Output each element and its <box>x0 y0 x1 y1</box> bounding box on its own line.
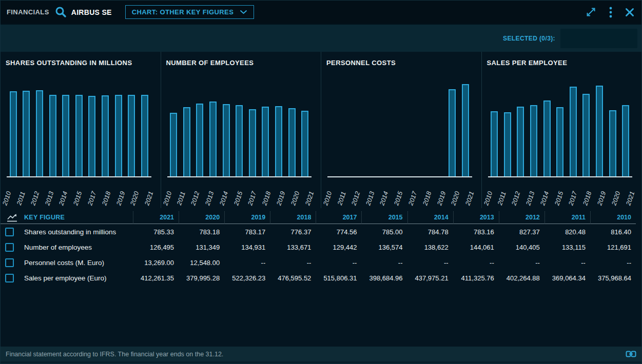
value-cell: 140,405 <box>499 239 544 255</box>
bar-2021 <box>141 95 148 176</box>
value-cell: -- <box>453 255 499 270</box>
value-cell: 138,622 <box>407 239 453 255</box>
charts-region: SHARES OUTSTANDING IN MILLIONS2010201120… <box>1 52 641 208</box>
link-icon[interactable] <box>626 351 636 357</box>
chart-title: NUMBER OF EMPLOYEES <box>166 59 316 68</box>
bar-2019 <box>596 86 603 176</box>
chart-type-dropdown[interactable]: CHART: OTHER KEY FIGURES <box>125 5 255 19</box>
metric-label: Number of employees <box>24 239 133 255</box>
bar-slot <box>393 72 406 176</box>
checkbox-cell <box>1 270 24 286</box>
bar-2011 <box>183 107 190 176</box>
bar-slot <box>33 72 46 176</box>
value-cell: 144,061 <box>453 239 499 255</box>
bar-slot <box>206 72 220 176</box>
metric-checkbox[interactable] <box>5 228 14 236</box>
bar-2010 <box>491 111 498 176</box>
financials-window: FINANCIALS AIRBUS SE CHART: OTHER KEY FI… <box>0 0 642 364</box>
bar-slot <box>619 72 632 176</box>
search-icon[interactable] <box>54 6 67 18</box>
bar-2020 <box>449 89 456 176</box>
bar-slot <box>341 72 354 176</box>
footer-note: Financial statement according to IFRS. T… <box>6 351 223 358</box>
metric-checkbox[interactable] <box>5 258 14 267</box>
bar-2014 <box>223 104 230 176</box>
chart-x-axis-labels: 2010201120122013201420152017201820192020… <box>488 178 633 207</box>
chart-title: SALES PER EMPLOYEE <box>487 59 637 68</box>
value-cell: 522,326.23 <box>224 270 270 286</box>
bar-2012 <box>517 107 524 176</box>
metric-checkbox[interactable] <box>5 243 14 252</box>
bar-slot <box>527 72 540 176</box>
year-column-header: 2010 <box>590 211 636 224</box>
chart-x-axis-labels: 2010201120122013201420152017201820192020… <box>7 178 151 207</box>
value-cell: 816.40 <box>590 224 636 239</box>
window-controls <box>586 7 634 18</box>
bar-2010 <box>10 91 17 176</box>
bar-slot <box>367 72 380 176</box>
bar-slot <box>501 72 514 176</box>
bar-2012 <box>36 90 43 176</box>
kebab-menu-icon[interactable] <box>609 7 612 18</box>
bar-slot <box>354 72 367 176</box>
bar-slot <box>380 72 393 176</box>
bar-slot <box>59 72 72 176</box>
bar-2020 <box>288 108 296 176</box>
bar-slot <box>298 72 312 176</box>
bar-slot <box>193 72 207 176</box>
trend-chart-icon <box>1 211 24 224</box>
chart-type-dropdown-label: CHART: OTHER KEY FIGURES <box>132 8 234 16</box>
app-title: FINANCIALS <box>7 8 49 16</box>
value-cell: 12,548.00 <box>179 255 224 270</box>
value-cell: 129,442 <box>316 239 361 255</box>
bar-slot <box>272 72 285 176</box>
selection-bar: SELECTED (0/3): <box>1 24 641 52</box>
bar-slot <box>285 72 299 176</box>
chart-panel-personnel-costs: PERSONNEL COSTS2010201120122013201420152… <box>321 52 481 208</box>
bar-slot <box>167 72 181 176</box>
window-bottom-edge <box>1 361 641 363</box>
bar-slot <box>514 72 528 176</box>
value-cell: 476,595.52 <box>270 270 316 286</box>
expand-icon[interactable] <box>586 7 596 17</box>
bar-slot <box>580 72 593 176</box>
value-cell: 437,975.21 <box>407 270 453 286</box>
bar-2018 <box>262 107 269 176</box>
bar-slot <box>246 72 259 176</box>
bar-slot <box>445 72 459 176</box>
bar-2018 <box>102 95 109 176</box>
bar-2021 <box>301 111 308 176</box>
bar-2011 <box>23 91 30 176</box>
year-column-header: 2015 <box>361 211 407 224</box>
selection-input[interactable] <box>560 29 637 48</box>
bar-slot <box>46 72 60 176</box>
bar-2013 <box>209 102 217 176</box>
value-cell: 126,495 <box>133 239 179 255</box>
bar-2014 <box>543 100 551 176</box>
bar-slot <box>419 72 433 176</box>
close-icon[interactable] <box>625 8 634 17</box>
checkbox-cell <box>1 255 24 270</box>
bar-slot <box>180 72 193 176</box>
bar-slot <box>86 72 99 176</box>
instrument-name: AIRBUS SE <box>71 8 112 16</box>
bar-2020 <box>128 95 135 176</box>
value-cell: 13,269.00 <box>133 255 179 270</box>
bar-slot <box>112 72 125 176</box>
year-column-header: 2012 <box>499 211 544 224</box>
value-cell: -- <box>499 255 544 270</box>
value-cell: -- <box>590 255 636 270</box>
bar-slot <box>72 72 86 176</box>
year-column-header: 2020 <box>179 211 224 224</box>
bar-slot <box>433 72 446 176</box>
value-cell: 774.56 <box>316 224 361 239</box>
bar-slot <box>406 72 420 176</box>
value-cell: 820.48 <box>544 224 590 239</box>
bar-slot <box>138 72 151 176</box>
metric-checkbox[interactable] <box>5 274 14 282</box>
bar-slot <box>7 72 20 176</box>
value-cell: 133,671 <box>270 239 316 255</box>
value-cell: 402,264.88 <box>499 270 544 286</box>
year-column-header: 2017 <box>316 211 361 224</box>
value-cell: 411,325.76 <box>453 270 499 286</box>
